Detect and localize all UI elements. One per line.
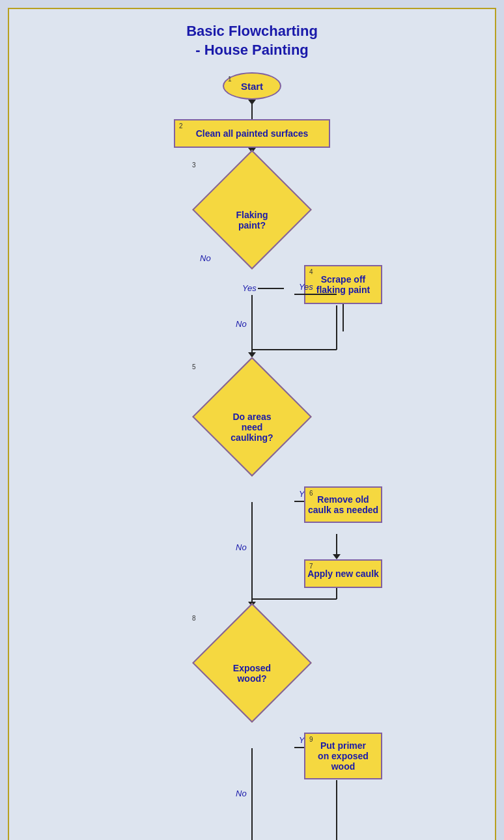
page-title: Basic Flowcharting - House Painting — [186, 22, 318, 59]
svg-text:No: No — [236, 319, 247, 329]
svg-text:Yes: Yes — [299, 282, 313, 292]
node-remove-caulk: 6 Remove old caulk as needed — [304, 486, 382, 523]
node-caulking: 5 Do areas need caulking? — [210, 374, 294, 459]
connector-svg-2: No Yes — [115, 459, 389, 615]
node-primer: 9 Put primer on exposed wood — [304, 733, 382, 779]
node-apply-caulk: 7 Apply new caulk — [304, 559, 382, 588]
arrow-1-2 — [251, 100, 253, 119]
svg-text:No: No — [236, 789, 247, 798]
node-exposed-wood: 8 Exposed wood? — [210, 621, 294, 705]
flowchart: 1 Start 2 Clean all painted surfaces 3 F… — [16, 72, 488, 840]
node-start: 1 Start — [223, 72, 281, 100]
page-container: Basic Flowcharting - House Painting 1 St… — [8, 8, 496, 840]
node-clean: 2 Clean all painted surfaces — [174, 119, 330, 148]
svg-text:No: No — [236, 542, 247, 552]
node-flaking: 3 Flaking paint? — [210, 167, 294, 252]
connector-svg-1: No Yes — [115, 252, 389, 369]
svg-marker-14 — [333, 554, 341, 559]
